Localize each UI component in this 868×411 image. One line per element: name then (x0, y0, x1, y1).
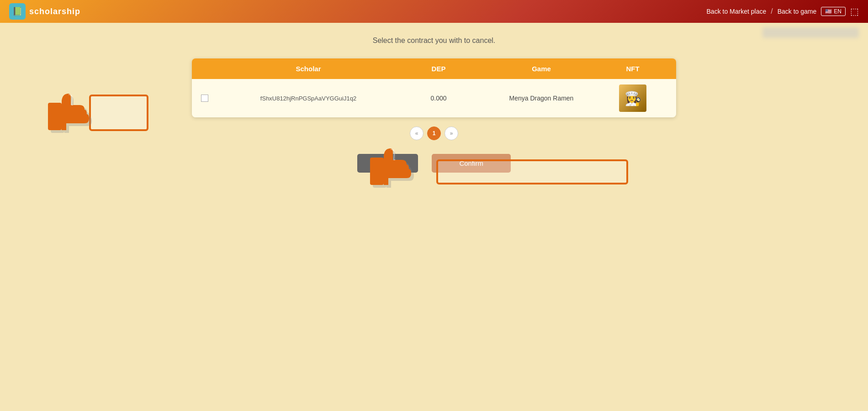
language-button[interactable]: 🇺🇸 EN (821, 7, 846, 16)
back-button[interactable]: Back (357, 154, 418, 173)
table-header: Scholar DEP Game NFT (192, 58, 676, 79)
prev-page-button[interactable]: « (410, 126, 423, 140)
row-checkbox[interactable] (201, 95, 208, 102)
login-icon[interactable]: ⬚ (850, 6, 859, 17)
confirm-button[interactable]: Confirm (432, 154, 511, 173)
contract-table: Scholar DEP Game NFT fShxU812hjRnPGSpAaV… (192, 58, 676, 117)
back-marketplace-link[interactable]: Back to Market place (707, 8, 767, 15)
main-content: Select the contract you with to cancel. … (0, 23, 868, 186)
nft-cell: 👩‍🍳 (598, 84, 667, 112)
dep-value: 0.000 (393, 95, 484, 102)
col-header-scholar: Scholar (224, 65, 393, 73)
logo-area: 📗 scholarship (9, 3, 80, 20)
logo-text: scholarship (29, 7, 80, 16)
table-row: fShxU812hjRnPGSpAaVYGGuiJ1q2 0.000 Menya… (192, 79, 676, 117)
next-page-button[interactable]: » (445, 126, 458, 140)
pagination: « 1 » (410, 126, 458, 140)
logo-icon: 📗 (9, 3, 26, 20)
blurred-address: 0xABCDEF1234567890ABCDEF (762, 27, 859, 38)
nft-thumbnail: 👩‍🍳 (619, 84, 646, 112)
page-subtitle: Select the contract you with to cancel. (373, 37, 496, 45)
nft-character-icon: 👩‍🍳 (625, 90, 641, 106)
col-header-dep: DEP (393, 65, 484, 73)
header: 📗 scholarship Back to Market place / Bac… (0, 0, 868, 23)
col-header-nft: NFT (598, 65, 667, 73)
checkbox-cell (201, 95, 224, 102)
lang-flag-icon: 🇺🇸 (825, 8, 832, 15)
header-nav: Back to Market place / Back to game 🇺🇸 E… (707, 6, 859, 17)
current-page-button[interactable]: 1 (427, 126, 441, 140)
back-game-link[interactable]: Back to game (778, 8, 817, 15)
col-header-checkbox (201, 65, 224, 73)
scholar-address: fShxU812hjRnPGSpAaVYGGuiJ1q2 (224, 95, 393, 102)
nav-separator: / (771, 7, 773, 16)
action-row: Back Confirm (357, 154, 511, 173)
col-header-game: Game (484, 65, 598, 73)
lang-label: EN (834, 8, 842, 15)
game-name: Menya Dragon Ramen (484, 95, 598, 102)
